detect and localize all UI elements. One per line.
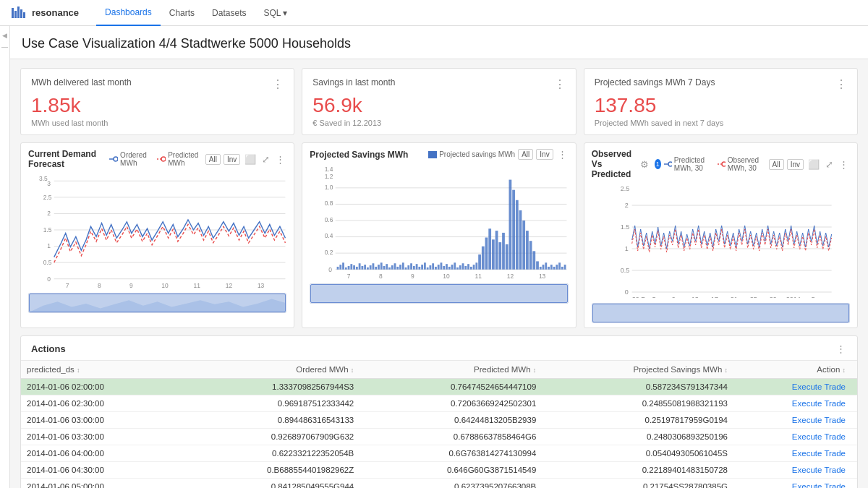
kpi-2-sub: € Saved in 12.2013 [312, 119, 565, 127]
cell-action-6[interactable]: Execute Trade [733, 479, 851, 489]
cell-action-4[interactable]: Execute Trade [733, 445, 851, 462]
chart-3-all-btn[interactable]: All [769, 159, 784, 170]
cell-action-5[interactable]: Execute Trade [733, 462, 851, 479]
svg-text:0: 0 [47, 275, 51, 283]
svg-text:2: 2 [624, 202, 628, 209]
svg-text:13: 13 [539, 273, 546, 278]
legend-ordered-icon [109, 156, 118, 162]
svg-rect-115 [509, 180, 512, 270]
cell-action-3[interactable]: Execute Trade [733, 429, 851, 445]
chart-1-inv-btn[interactable]: Inv [224, 154, 240, 165]
svg-rect-128 [550, 265, 553, 270]
scrollbar-cell-0 [851, 379, 857, 395]
chart-3-copy-icon[interactable]: ⬜ [807, 159, 821, 170]
svg-text:3: 3 [47, 180, 51, 187]
svg-rect-67 [373, 263, 375, 269]
cell-action-2[interactable]: Execute Trade [733, 412, 851, 429]
svg-rect-79 [405, 267, 407, 270]
cell-predicted-0: 0.76474524654447109 [359, 379, 542, 395]
svg-rect-132 [561, 267, 563, 270]
svg-rect-112 [499, 242, 502, 270]
svg-rect-96 [451, 265, 454, 270]
col-predicted-ds[interactable]: predicted_ds ↕ [21, 361, 182, 379]
nav-datasets[interactable]: Datasets [203, 0, 255, 26]
svg-rect-110 [492, 239, 495, 269]
cell-action-1[interactable]: Execute Trade [733, 395, 851, 412]
svg-rect-121 [529, 241, 532, 269]
table-row: 2014-01-06 03:30:00 0.926897067909G632 0… [21, 429, 857, 445]
nav-dashboards[interactable]: Dashboards [96, 0, 161, 26]
svg-text:1: 1 [47, 242, 51, 249]
svg-text:1.4: 1.4 [325, 166, 333, 173]
sidebar-icon-1[interactable]: ◀ [2, 32, 7, 39]
nav-charts[interactable]: Charts [161, 0, 203, 26]
kpi-2-more-icon[interactable]: ⋮ [554, 77, 566, 91]
chart-3-filter-icon[interactable]: ⚙ [639, 159, 650, 170]
svg-rect-2 [17, 7, 20, 18]
svg-text:5: 5 [811, 296, 814, 298]
svg-rect-118 [519, 210, 522, 270]
legend-obs-obs-icon [718, 161, 726, 167]
chart-1-all-btn[interactable]: All [205, 154, 221, 165]
svg-text:1.2: 1.2 [325, 173, 333, 180]
svg-point-137 [722, 162, 726, 166]
svg-rect-124 [540, 267, 542, 270]
col-predicted-mwh[interactable]: Predicted MWh ↕ [359, 361, 542, 379]
svg-rect-77 [399, 265, 401, 270]
nav-sql[interactable]: SQL ▾ [255, 0, 296, 26]
chart-2-all-btn[interactable]: All [518, 149, 533, 160]
actions-more-icon[interactable]: ⋮ [835, 343, 847, 354]
cell-savings-5: 0.22189401483150728 [542, 462, 733, 479]
chart-3-more-icon[interactable]: ⋮ [838, 159, 850, 170]
svg-rect-120 [526, 231, 529, 270]
left-sidebar: ◀ — [0, 26, 10, 488]
svg-text:8: 8 [379, 273, 383, 278]
svg-text:10: 10 [161, 282, 169, 288]
chart-1-minimap[interactable] [28, 293, 286, 313]
svg-text:0.5: 0.5 [620, 267, 629, 274]
cell-predicted-3: 0.67886637858464G6 [359, 429, 542, 445]
scrollbar-cell-3 [851, 429, 857, 445]
svg-rect-73 [388, 267, 391, 270]
cell-ordered-6: 0.841285049555G944 [182, 479, 359, 489]
svg-text:25: 25 [749, 296, 757, 298]
chart-2-minimap[interactable] [310, 283, 568, 304]
kpi-1-more-icon[interactable]: ⋮ [272, 77, 284, 91]
svg-rect-82 [413, 266, 415, 270]
kpi-2-value: 56.9k [312, 94, 565, 117]
svg-rect-125 [542, 265, 545, 270]
svg-text:12: 12 [507, 273, 514, 278]
cell-ordered-1: 0.969187512333442 [182, 395, 359, 412]
logo-text: resonance [32, 7, 79, 18]
kpi-1-value: 1.85k [31, 94, 284, 117]
legend-obs-observed: Observed MWh, 30 [718, 156, 766, 172]
col-proj-savings[interactable]: Projected Savings MWh ↕ [542, 361, 733, 379]
col-ordered-mwh[interactable]: Ordered MWh ↕ [182, 361, 359, 379]
svg-text:29: 29 [769, 296, 776, 298]
svg-rect-97 [454, 262, 456, 269]
kpi-3-more-icon[interactable]: ⋮ [835, 77, 847, 91]
cell-action-0[interactable]: Execute Trade [733, 379, 851, 395]
cell-ds-3: 2014-01-06 03:30:00 [21, 429, 182, 445]
cell-ordered-2: 0.894486316543133 [182, 412, 359, 429]
chart-1-expand-icon[interactable]: ⤢ [260, 154, 271, 165]
svg-rect-84 [419, 267, 421, 270]
col-action[interactable]: Action ↕ [733, 361, 851, 379]
svg-rect-116 [513, 190, 516, 270]
chart-1-more-icon[interactable]: ⋮ [274, 154, 286, 165]
kpi-row: MWh delivered last month ⋮ 1.85k MWh use… [20, 68, 858, 135]
chart-3-inv-btn[interactable]: Inv [787, 159, 804, 170]
svg-text:7: 7 [66, 282, 69, 288]
svg-rect-4 [23, 12, 25, 18]
svg-rect-91 [438, 265, 440, 270]
svg-rect-69 [378, 265, 380, 270]
chart-3-expand-icon[interactable]: ⤢ [824, 159, 835, 170]
chart-3-minimap[interactable] [592, 303, 850, 323]
sidebar-icon-2[interactable]: — [1, 43, 8, 51]
chart-2-inv-btn[interactable]: Inv [536, 149, 553, 160]
chart-1-copy-icon[interactable]: ⬜ [243, 154, 258, 165]
svg-rect-64 [365, 265, 367, 270]
chart-2-more-icon[interactable]: ⋮ [556, 149, 569, 160]
cell-savings-1: 0.24855081988321193 [542, 395, 733, 412]
kpi-projected-savings: Projected savings MWh 7 Days ⋮ 137.85 Pr… [584, 68, 858, 135]
